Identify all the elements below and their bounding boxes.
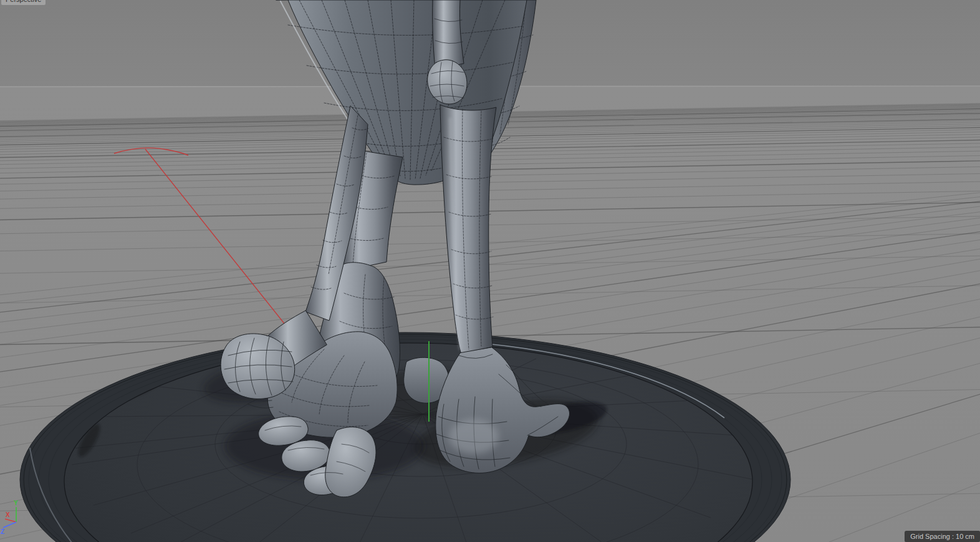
scene-canvas: Y X Z (0, 0, 980, 542)
projection-label-chip: Perspective (1, 0, 46, 5)
right-forearm (433, 0, 464, 69)
grid-spacing-text: Grid Spacing : 10 cm (910, 533, 974, 540)
gizmo-y-label: Y (14, 500, 18, 506)
3d-viewport[interactable]: Y X Z Perspective Grid Spacing : 10 cm (0, 0, 980, 542)
projection-label: Perspective (6, 0, 41, 3)
right-foot-highlight (449, 419, 499, 454)
gizmo-x-label: X (6, 511, 10, 518)
grid-spacing-status: Grid Spacing : 10 cm (905, 531, 980, 542)
gizmo-z-label: Z (1, 528, 4, 535)
